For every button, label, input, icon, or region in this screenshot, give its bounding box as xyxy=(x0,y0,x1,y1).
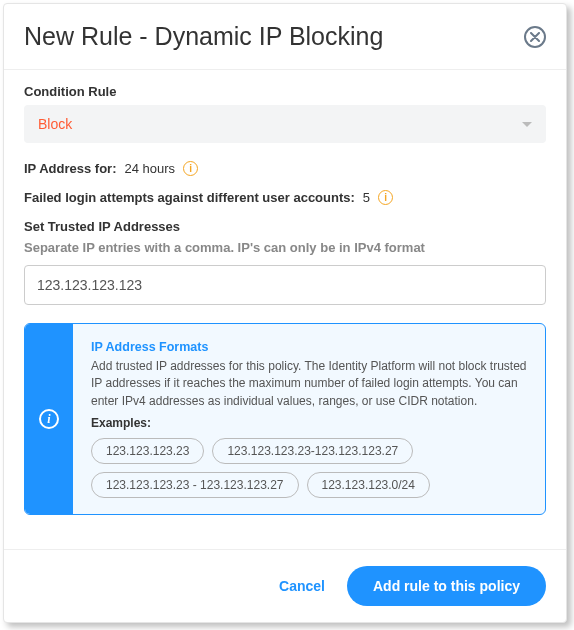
example-chip: 123.123.123.23 - 123.123.123.27 xyxy=(91,472,299,498)
failed-attempts-row: Failed login attempts against different … xyxy=(24,190,546,205)
trusted-ip-label: Set Trusted IP Addresses xyxy=(24,219,546,234)
ip-address-for-label: IP Address for: xyxy=(24,161,116,176)
dialog-header: New Rule - Dynamic IP Blocking xyxy=(4,4,566,70)
examples-chips: 123.123.123.23 123.123.123.23-123.123.12… xyxy=(91,438,527,498)
example-chip: 123.123.123.23 xyxy=(91,438,204,464)
add-rule-button[interactable]: Add rule to this policy xyxy=(347,566,546,606)
info-panel-accent: i xyxy=(25,324,73,514)
close-icon xyxy=(530,32,540,42)
dialog-title: New Rule - Dynamic IP Blocking xyxy=(24,22,383,51)
failed-attempts-value: 5 xyxy=(363,190,370,205)
ip-address-for-value: 24 hours xyxy=(124,161,175,176)
ip-address-for-row: IP Address for: 24 hours i xyxy=(24,161,546,176)
condition-rule-field: Block xyxy=(24,105,546,143)
close-button[interactable] xyxy=(524,26,546,48)
failed-attempts-label: Failed login attempts against different … xyxy=(24,190,355,205)
info-icon: i xyxy=(39,409,59,429)
condition-rule-select[interactable]: Block xyxy=(24,105,546,143)
info-panel-desc: Add trusted IP addresses for this policy… xyxy=(91,358,527,410)
dialog-body: Condition Rule Block IP Address for: 24 … xyxy=(4,70,566,549)
info-panel-title: IP Address Formats xyxy=(91,340,527,354)
info-icon[interactable]: i xyxy=(183,161,198,176)
trusted-ip-input[interactable] xyxy=(24,265,546,305)
cancel-button[interactable]: Cancel xyxy=(279,578,325,594)
condition-rule-value: Block xyxy=(38,116,72,132)
info-panel-body: IP Address Formats Add trusted IP addres… xyxy=(73,324,545,514)
trusted-ip-hint: Separate IP entries with a comma. IP's c… xyxy=(24,240,546,255)
condition-rule-label: Condition Rule xyxy=(24,84,546,99)
chevron-down-icon xyxy=(522,122,532,127)
dialog-footer: Cancel Add rule to this policy xyxy=(4,549,566,622)
examples-label: Examples: xyxy=(91,416,527,430)
example-chip: 123.123.123.23-123.123.123.27 xyxy=(212,438,413,464)
example-chip: 123.123.123.0/24 xyxy=(307,472,430,498)
info-icon[interactable]: i xyxy=(378,190,393,205)
dialog-new-rule: New Rule - Dynamic IP Blocking Condition… xyxy=(3,3,567,623)
info-panel: i IP Address Formats Add trusted IP addr… xyxy=(24,323,546,515)
